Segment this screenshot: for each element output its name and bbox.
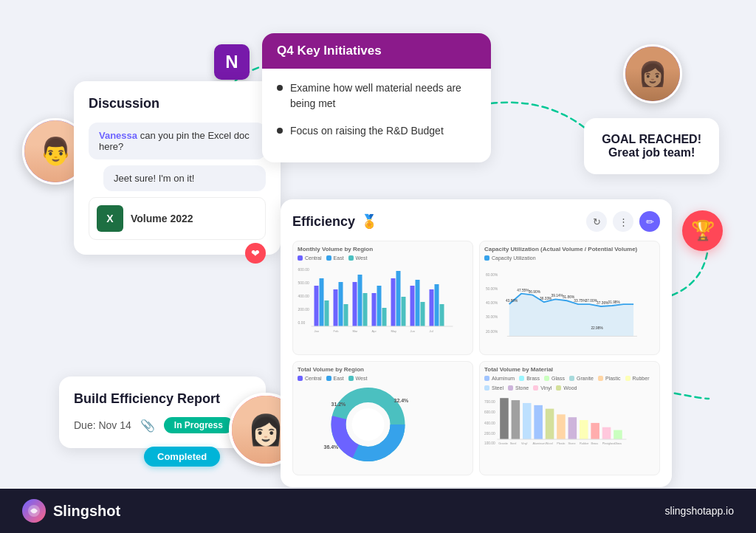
excel-letter: X <box>106 213 113 224</box>
svg-text:Wood: Wood <box>546 442 553 445</box>
svg-rect-18 <box>396 271 401 326</box>
legend4-glass: Glass <box>544 376 565 381</box>
svg-rect-72 <box>602 427 611 439</box>
svg-rect-71 <box>591 423 599 439</box>
legend-label-east: East <box>334 255 344 261</box>
svg-text:100.00: 100.00 <box>484 441 495 445</box>
svg-text:50.00%: 50.00% <box>486 287 498 291</box>
excel-file[interactable]: X Volume 2022 <box>89 197 266 240</box>
svg-text:20.00%: 20.00% <box>486 330 498 334</box>
svg-text:Vinyl: Vinyl <box>521 442 527 445</box>
chart2-legend: Capacity Utilization <box>484 255 655 261</box>
svg-rect-12 <box>358 275 362 326</box>
completed-label: Completed <box>157 451 207 462</box>
slingshot-logo-icon <box>22 499 46 523</box>
svg-text:22.98%: 22.98% <box>591 326 603 330</box>
svg-text:Jul: Jul <box>430 329 433 333</box>
legend4-dot-ru <box>625 376 630 381</box>
svg-text:Stone: Stone <box>568 442 576 445</box>
paperclip-icon: 📎 <box>140 419 155 433</box>
svg-text:Granite: Granite <box>498 442 508 445</box>
legend4-label-br: Brass <box>526 376 540 381</box>
efficiency-actions: ↻ ⋮ ✏ <box>586 211 660 232</box>
svg-text:400.00: 400.00 <box>484 422 495 425</box>
svg-text:Jan: Jan <box>315 329 319 333</box>
svg-text:Apr: Apr <box>372 329 377 333</box>
svg-rect-17 <box>391 278 396 326</box>
legend-east: East <box>326 255 344 261</box>
svg-rect-13 <box>363 293 368 326</box>
svg-text:Plastic: Plastic <box>557 442 565 445</box>
trophy-icon: 🏆 <box>682 210 723 251</box>
legend4-vinyl: Vinyl <box>533 385 551 391</box>
svg-rect-7 <box>325 300 329 326</box>
svg-rect-16 <box>382 308 387 326</box>
footer: Slingshot slingshotapp.io <box>0 489 756 533</box>
legend-label-west: West <box>356 255 368 261</box>
svg-rect-11 <box>353 282 357 326</box>
legend3-dot-east <box>326 376 331 381</box>
svg-text:200.00: 200.00 <box>484 432 495 436</box>
legend4-dot-stn <box>508 385 513 391</box>
build-due: Due: Nov 14 <box>74 419 131 431</box>
discussion-title: Discussion <box>89 96 266 111</box>
svg-text:Plexiglass: Plexiglass <box>602 442 615 445</box>
legend4-brass: Brass <box>519 376 540 381</box>
svg-text:0.00: 0.00 <box>298 320 306 325</box>
svg-point-54 <box>352 408 385 441</box>
legend3-central: Central <box>298 376 322 381</box>
goal-card: GOAL REACHED! Great job team! <box>584 118 719 174</box>
legend4-dot-br <box>519 376 524 381</box>
heart-button[interactable]: ❤ <box>245 243 266 264</box>
svg-text:30.00%: 30.00% <box>486 315 498 319</box>
legend4-label-gl: Glass <box>551 376 565 381</box>
message2-text: sure! I'm on it! <box>132 173 195 184</box>
chart-capacity: Capacity Utilization (Actual Volume / Po… <box>479 241 660 355</box>
svg-text:500.00: 500.00 <box>298 281 310 285</box>
q4-item-2-text: Focus on raising the R&D Budget <box>290 123 444 139</box>
svg-rect-5 <box>315 286 319 326</box>
legend4-label-gr: Granite <box>577 376 594 381</box>
legend4-rubber: Rubber <box>625 376 650 381</box>
q4-card: Q4 Key Initiatives Examine how well mate… <box>262 33 491 162</box>
refresh-button[interactable]: ↻ <box>586 211 607 232</box>
avatar-face-female-right: 👩🏽 <box>625 47 680 101</box>
svg-text:200.00: 200.00 <box>298 307 310 312</box>
legend4-stone: Stone <box>508 385 529 391</box>
efficiency-title-text: Efficiency <box>292 214 355 230</box>
q4-bullet-2 <box>277 128 283 134</box>
excel-icon: X <box>97 205 123 232</box>
legend4-dot-vi <box>533 385 538 391</box>
svg-text:36.90%: 36.90% <box>529 290 541 294</box>
svg-rect-66 <box>534 405 543 439</box>
legend4-label-pl: Plastic <box>605 376 621 381</box>
svg-text:Steel: Steel <box>510 442 517 445</box>
svg-rect-6 <box>320 278 324 326</box>
completed-badge: Completed <box>144 447 220 467</box>
svg-rect-10 <box>344 304 348 326</box>
svg-rect-19 <box>402 297 406 326</box>
legend-dot-east <box>326 255 331 261</box>
svg-rect-67 <box>546 409 554 439</box>
legend4-dot-al <box>484 376 489 381</box>
q4-item-2: Focus on raising the R&D Budget <box>277 123 476 139</box>
more-button[interactable]: ⋮ <box>613 211 633 232</box>
bar-chart-material: 700.00 600.00 400.00 200.00 100.00 <box>484 393 655 449</box>
chart2-title: Capacity Utilization (Actual Volume / Po… <box>484 246 655 252</box>
legend4-label-al: Aluminum <box>492 376 515 381</box>
svg-rect-20 <box>410 286 415 326</box>
legend4-dot-pl <box>598 376 603 381</box>
legend-dot-west <box>348 255 354 261</box>
edit-button[interactable]: ✏ <box>639 211 660 232</box>
legend3-dot-west <box>348 376 354 381</box>
charts-grid: Monthly Volume by Region Central East We… <box>292 241 660 475</box>
efficiency-card: Efficiency 🏅 ↻ ⋮ ✏ Monthly Volume by Reg… <box>281 199 672 487</box>
svg-text:60.00%: 60.00% <box>486 273 498 277</box>
legend4-steel: Steel <box>484 385 504 391</box>
svg-rect-24 <box>435 284 439 326</box>
svg-rect-15 <box>377 286 382 326</box>
svg-text:40.00%: 40.00% <box>486 301 498 305</box>
legend3-west: West <box>348 376 368 381</box>
q4-bullet-1 <box>277 85 283 91</box>
footer-logo: Slingshot <box>22 499 120 523</box>
